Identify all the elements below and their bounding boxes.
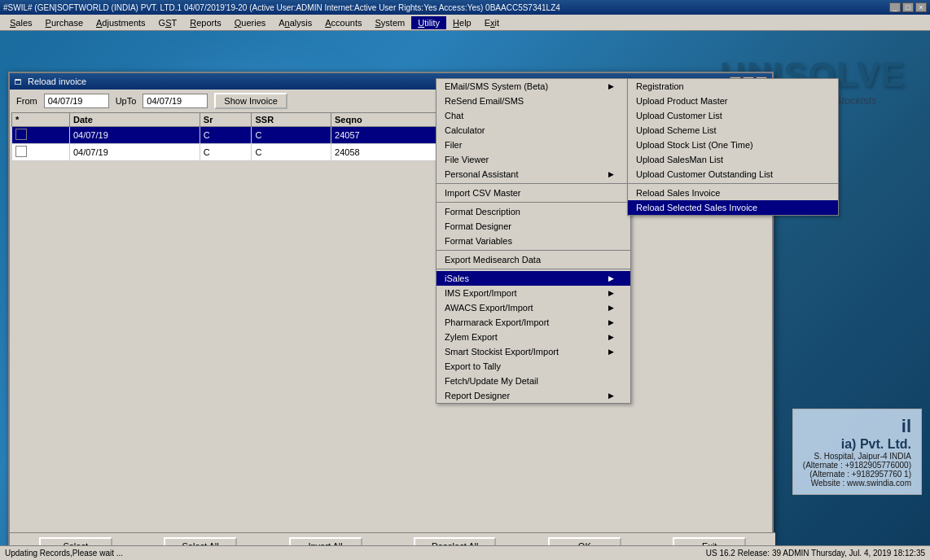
col-sr: Sr [200,113,252,127]
menu-item-label: Format Variables [445,236,512,246]
row-seqno: 24058 [331,144,439,161]
company-info: il ia) Pvt. Ltd. S. Hospital, Jaipur-4 I… [792,409,922,495]
background-area: UNISOLVE For Distributors & Stockists il… [0,31,930,560]
status-right: US 16.2 Release: 39 ADMIN Thursday, Jul.… [706,549,925,558]
menu-item-label: Smart Stockist Export/Import [445,347,559,357]
row-checkbox[interactable] [12,127,70,144]
submenu-arrow: ▶ [608,304,614,312]
utility-menu-item-fetch/update-my-detail[interactable]: Fetch/Update My Detail [436,374,630,388]
submenu-separator [628,183,838,184]
menu-help[interactable]: Help [446,16,478,29]
minimize-button[interactable]: _ [889,2,901,12]
utility-menu-item-filer[interactable]: Filer [436,138,630,152]
menu-item-label: Fetch/Update My Detail [445,376,538,386]
utility-menu-item-zylem-export[interactable]: Zylem Export▶ [436,330,630,344]
menu-item-label: EMail/SMS System (Beta) [445,81,548,91]
utility-menu-item-format-designer[interactable]: Format Designer [436,219,630,234]
company-line6: Website : www.swindia.com [803,479,911,488]
isales-submenu-item-registration[interactable]: Registration [628,79,838,94]
submenu-arrow: ▶ [608,274,614,282]
utility-menu-item-import-csv-master[interactable]: Import CSV Master [436,186,630,200]
isales-submenu-item-reload-sales-invoice[interactable]: Reload Sales Invoice [628,186,838,200]
col-date: Date [69,113,200,127]
company-line4: (Alternate : +9182905776000) [803,461,911,470]
utility-menu-item-export-medisearch-data[interactable]: Export Medisearch Data [436,252,630,267]
submenu-arrow: ▶ [608,289,614,297]
menu-item-label: Format Designer [445,221,511,231]
from-input[interactable] [44,94,109,108]
company-line3: S. Hospital, Jaipur-4 INDIA [803,452,911,461]
menu-purchase[interactable]: Purchase [39,16,90,29]
menu-separator [436,202,630,203]
isales-submenu-item-upload-product-master[interactable]: Upload Product Master [628,94,838,108]
row-checkbox[interactable] [12,144,70,161]
maximize-button[interactable]: □ [902,2,914,12]
utility-dropdown-menu: EMail/SMS System (Beta)▶ReSend Email/SMS… [436,78,631,404]
row-ssr: C [252,127,331,144]
isales-submenu-item-upload-scheme-list[interactable]: Upload Scheme List [628,123,838,138]
menu-system[interactable]: System [369,16,412,29]
menu-reports[interactable]: Reports [183,16,228,29]
isales-submenu-items: RegistrationUpload Product MasterUpload … [628,79,838,215]
submenu-arrow: ▶ [608,82,614,90]
row-date: 04/07/19 [69,144,200,161]
menu-item-label: Chat [445,111,463,120]
menu-separator [436,183,630,184]
utility-menu-item-personal-assistant[interactable]: Personal Assistant▶ [436,167,630,182]
menu-accounts[interactable]: Accounts [318,16,368,29]
menu-exit[interactable]: Exit [478,16,506,29]
status-bar: Updating Records,Please wait ... US 16.2… [0,545,930,560]
submenu-arrow: ▶ [608,348,614,356]
menu-item-label: Format Description [445,207,520,217]
utility-menu-item-resend-email/sms[interactable]: ReSend Email/SMS [436,94,630,108]
utility-menu-item-calculator[interactable]: Calculator [436,123,630,138]
company-line2: ia) Pvt. Ltd. [803,437,911,452]
menu-item-label: iSales [445,273,469,283]
utility-menu-item-ims-export/import[interactable]: IMS Export/Import▶ [436,286,630,300]
reload-title-text: 🗔 Reload invoice [15,77,86,86]
menu-item-label: Filer [445,140,462,150]
isales-submenu-item-reload-selected-sales-invoice[interactable]: Reload Selected Sales Invoice [628,200,838,215]
submenu-arrow: ▶ [608,318,614,326]
utility-menu-item-awacs-export/import[interactable]: AWACS Export/Import▶ [436,300,630,315]
menu-item-label: IMS Export/Import [445,288,517,298]
utility-menu-item-export-to-tally[interactable]: Export to Tally [436,359,630,374]
utility-menu-item-isales[interactable]: iSales▶ [436,271,630,286]
menu-sales[interactable]: Sales [3,16,39,29]
show-invoice-button[interactable]: Show Invoice [214,93,287,109]
menu-utility[interactable]: Utility [411,16,446,29]
isales-submenu-item-upload-customer-list[interactable]: Upload Customer List [628,108,838,123]
utility-menu-item-smart-stockist-export/import[interactable]: Smart Stockist Export/Import▶ [436,344,630,359]
menu-item-label: AWACS Export/Import [445,303,533,313]
row-sr: C [200,144,252,161]
isales-submenu-item-upload-customer-outstanding-list[interactable]: Upload Customer Outstanding List [628,167,838,182]
menu-analysis[interactable]: Analysis [272,16,318,29]
utility-menu-item-email/sms-system-(beta)[interactable]: EMail/SMS System (Beta)▶ [436,79,630,94]
menu-gst[interactable]: GST [152,16,184,29]
upto-input[interactable] [143,94,208,108]
utility-menu-item-chat[interactable]: Chat [436,108,630,123]
menu-adjustments[interactable]: Adjustments [90,16,152,29]
submenu-arrow: ▶ [608,170,614,178]
utility-menu-item-format-variables[interactable]: Format Variables [436,234,630,248]
menu-item-label: Zylem Export [445,332,498,342]
col-seqno: Seqno [331,113,439,127]
close-button[interactable]: × [915,2,927,12]
isales-submenu-item-upload-salesman-list[interactable]: Upload SalesMan List [628,152,838,167]
menu-separator [436,269,630,269]
menu-item-label: Report Designer [445,391,510,400]
from-label: From [16,96,37,106]
status-left: Updating Records,Please wait ... [5,549,123,558]
isales-submenu-item-upload-stock-list-(one-time)[interactable]: Upload Stock List (One Time) [628,138,838,152]
utility-menu-items: EMail/SMS System (Beta)▶ReSend Email/SMS… [436,79,630,403]
menu-bar: Sales Purchase Adjustments GST Reports Q… [0,15,930,31]
row-date: 04/07/19 [69,127,200,144]
utility-menu-item-format-description[interactable]: Format Description [436,204,630,219]
utility-menu-item-report-designer[interactable]: Report Designer▶ [436,388,630,403]
menu-item-label: ReSend Email/SMS [445,96,524,106]
utility-menu-item-file-viewer[interactable]: File Viewer [436,152,630,167]
company-line5: (Alternate : +9182957760 1) [803,470,911,479]
company-line1: il [803,416,911,437]
menu-queries[interactable]: Queries [228,16,273,29]
utility-menu-item-pharmarack-export/import[interactable]: Pharmarack Export/Import▶ [436,315,630,330]
